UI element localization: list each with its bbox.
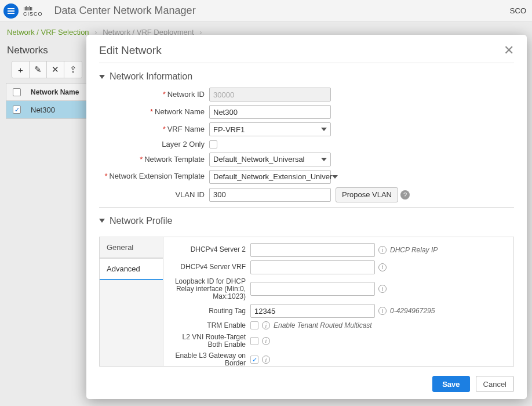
brand-logo: ıılıılıı CISCO	[23, 5, 49, 16]
vlan-id-label: VLAN ID	[175, 190, 205, 199]
network-info-section-title[interactable]: Network Information	[99, 71, 514, 82]
layer2-checkbox[interactable]	[209, 140, 217, 148]
network-id-label: Network ID	[167, 90, 205, 99]
info-icon[interactable]: i	[378, 263, 387, 271]
network-template-label: Network Template	[144, 155, 205, 164]
loopback-field[interactable]	[250, 282, 375, 296]
dhcpv4-server2-label: DHCPv4 Server 2	[191, 245, 246, 253]
edit-network-modal: Edit Network ✕ Network Information *Netw…	[86, 35, 527, 399]
info-icon[interactable]: i	[378, 246, 387, 254]
menu-icon[interactable]	[3, 3, 19, 19]
user-label: SCO	[510, 6, 532, 15]
info-icon[interactable]: i	[262, 356, 270, 364]
info-icon[interactable]: i	[378, 285, 387, 293]
trm-checkbox[interactable]	[250, 321, 258, 329]
export-button[interactable]: ⇪	[64, 61, 82, 78]
vrf-name-label: VRF Name	[167, 125, 205, 133]
delete-button[interactable]: ✕	[47, 61, 64, 78]
dhcpv4-vrf-label: DHCPv4 Server VRF	[180, 263, 246, 271]
tab-advanced[interactable]: Advanced	[100, 258, 163, 280]
propose-vlan-button[interactable]: Propose VLAN	[336, 187, 398, 202]
l2vni-checkbox[interactable]	[250, 337, 258, 345]
chevron-down-icon	[321, 128, 327, 131]
network-profile-section-title[interactable]: Network Profile	[99, 216, 514, 226]
collapse-icon	[99, 75, 105, 79]
row-checkbox[interactable]	[13, 106, 21, 114]
network-name-field[interactable]	[209, 105, 331, 119]
l2vni-label: L2 VNI Route-Target Both Enable	[183, 333, 246, 349]
breadcrumb-item-1[interactable]: Network / VRF Selection	[7, 28, 89, 37]
edit-button[interactable]: ✎	[30, 61, 47, 78]
select-all-checkbox[interactable]	[13, 88, 21, 96]
cancel-button[interactable]: Cancel	[476, 376, 514, 392]
save-button[interactable]: Save	[432, 376, 469, 392]
collapse-icon	[99, 219, 105, 223]
help-icon[interactable]: ?	[400, 190, 410, 200]
profile-tabpane: DHCPv4 Server 2 i DHCP Relay IP DHCPv4 S…	[163, 237, 514, 367]
layer2-label: Layer 2 Only	[162, 140, 205, 148]
grid-toolbar: + ✎ ✕ ⇪	[12, 61, 82, 78]
ext-template-label: Network Extension Template	[109, 172, 205, 180]
loopback-label: Loopback ID for DHCP Relay interface (Mi…	[175, 277, 246, 300]
dhcpv4-vrf-field[interactable]	[250, 260, 375, 274]
vrf-name-select[interactable]: FP-VRF1	[209, 122, 331, 136]
dhcpv4-server2-field[interactable]	[250, 243, 375, 257]
routing-tag-hint: 0-4294967295	[390, 307, 435, 315]
l3gw-label: Enable L3 Gateway on Border	[176, 351, 246, 367]
trm-hint: Enable Tenant Routed Multicast	[274, 321, 372, 329]
app-header: ıılıılıı CISCO Data Center Network Manag…	[0, 0, 532, 22]
dhcpv4-server2-hint: DHCP Relay IP	[390, 246, 438, 254]
tab-general[interactable]: General	[100, 237, 163, 258]
routing-tag-label: Routing Tag	[209, 307, 246, 315]
network-name-label: Network Name	[155, 107, 205, 116]
info-icon[interactable]: i	[262, 337, 270, 345]
add-button[interactable]: +	[12, 61, 30, 78]
network-template-select[interactable]: Default_Network_Universal	[209, 153, 331, 166]
trm-label: TRM Enable	[207, 321, 246, 329]
vlan-id-field[interactable]	[209, 188, 331, 202]
info-icon[interactable]: i	[378, 307, 387, 315]
network-id-field	[209, 88, 331, 102]
chevron-down-icon	[332, 175, 338, 179]
close-icon[interactable]: ✕	[504, 44, 514, 57]
app-title: Data Center Network Manager	[54, 5, 196, 17]
chevron-down-icon	[321, 158, 327, 161]
modal-title: Edit Network	[99, 44, 162, 57]
l3gw-checkbox[interactable]	[250, 356, 258, 364]
routing-tag-field[interactable]	[250, 304, 375, 318]
profile-tabs: General Advanced	[99, 237, 163, 367]
info-icon[interactable]: i	[262, 321, 270, 329]
ext-template-select[interactable]: Default_Network_Extension_Univer	[209, 170, 331, 184]
